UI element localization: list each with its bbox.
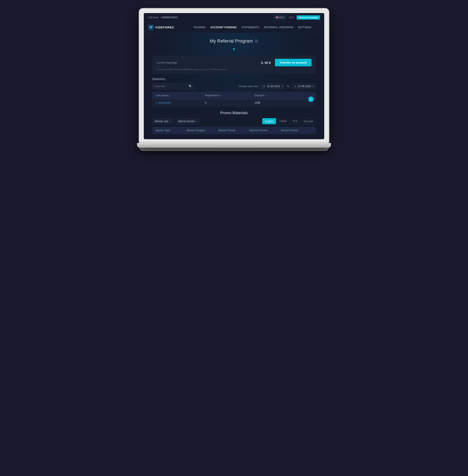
col-link-names-sort-icon: ▾ [169,94,170,97]
row-deposits: 100$ [254,101,304,104]
row-registrations: 0 [205,101,255,104]
date-to-arrow: ▾ [312,85,313,87]
date-from-value: 15-05-2019 [267,85,280,88]
info-icon[interactable]: i [254,39,258,43]
exit-button[interactable]: EXIT [289,16,294,19]
banner-format-dropdown[interactable]: Banner format ▾ [176,118,199,124]
col-deposits-sort-icon: ▾ [265,94,266,97]
col-deposits[interactable]: Deposits ▾ [254,94,304,97]
col-deposits-label: Deposits [254,94,264,97]
logo-text: VIDEFOREX [155,26,174,29]
stats-table: Link names ▾ Registrations ▾ Deposits ▾ [152,92,316,107]
lang-text: EN [279,16,282,19]
topbar-right: 🇬🇧 EN ▾ EXIT Account funding [274,15,320,20]
banner-col-type: Banner Type [156,129,187,132]
row-link-name[interactable]: wzq-qnlxfn [159,101,171,104]
earnings-card: Current Earnings 0, 00 $ Transfer to acc… [152,56,316,74]
table-header: Link names ▾ Registrations ▾ Deposits ▾ [152,92,316,99]
down-arrow-icon: ▼ [232,47,236,51]
laptop-stand [139,147,329,151]
lang-tab-english[interactable]: English [262,118,276,124]
earnings-value: 0, 00 $ [177,61,275,64]
calendar-from-icon: ⊞ [263,85,265,88]
laptop-frame: Call back +18499370843 🇬🇧 EN ▾ EXIT Acco… [139,8,329,151]
banner-col-preview: Banner Preview [249,129,281,132]
page-title-row: My Referral Program i [152,38,316,44]
language-selector[interactable]: 🇬🇧 EN ▾ [274,15,286,20]
navbar: VIDEFOREX TRADING ACCOUNT FUNDING STATEM… [144,22,324,33]
search-input[interactable] [155,85,187,88]
nav-statements[interactable]: STATEMENTS [241,26,259,29]
lang-tab-japanese[interactable]: 日本語 [276,118,290,124]
earnings-row: Current Earnings 0, 00 $ Transfer to acc… [156,59,312,66]
logo-icon [148,24,154,30]
app: Call back +18499370843 🇬🇧 EN ▾ EXIT Acco… [144,13,324,139]
col-link-names[interactable]: Link names ▾ [156,94,205,97]
banner-size-dropdown[interactable]: Banner size ▾ [152,118,173,124]
col-registrations-sort-icon: ▾ [221,94,222,97]
promo-title: Promo Materials [152,111,316,115]
banner-col-size: Banner Size(px) [187,129,219,132]
date-to-picker[interactable]: ⊞ 15-06-2019 ▾ [292,84,316,89]
date-from-label: Choose date from: [238,85,259,88]
search-box: 🔍 [152,83,194,89]
laptop-screen: Call back +18499370843 🇬🇧 EN ▾ EXIT Acco… [144,13,324,139]
lang-flag: 🇬🇧 [276,16,279,19]
earnings-label: Current Earnings [156,61,177,64]
link-cell: ↗ wzq-qnlxfn [156,101,205,104]
date-from-picker[interactable]: ⊞ 15-05-2019 ▾ [261,84,285,89]
lang-tab-russian[interactable]: Русский [301,118,316,124]
banner-size-label: Banner size [155,120,168,123]
statistics-section-label: Statistics [152,77,316,81]
lang-tab-chinese[interactable]: 中文 [290,118,300,124]
banner-col-format2: Banner Format [281,129,312,132]
laptop-base [137,143,331,148]
topbar: Call back +18499370843 🇬🇧 EN ▾ EXIT Acco… [144,13,324,22]
laptop-screen-frame: Call back +18499370843 🇬🇧 EN ▾ EXIT Acco… [139,8,329,143]
lang-arrow: ▾ [283,16,284,19]
nav-account-funding[interactable]: ACCOUNT FUNDING [210,26,237,29]
phone-number: +18499370843 [161,16,177,19]
nav-links: TRADING ACCOUNT FUNDING STATEMENTS REFER… [185,26,320,29]
callback-label: Call back [148,16,158,19]
table-row: ↗ wzq-qnlxfn 0 100$ [152,99,316,107]
banner-format-arrow: ▾ [195,120,196,122]
nav-settings[interactable]: SETTINGS [298,26,311,29]
banner-table-header: Banner Type Banner Size(px) Banner Forma… [152,127,316,134]
down-arrow-row: ▼ [152,47,316,52]
date-filter: Choose date from: ⊞ 15-05-2019 ▾ To: ⊞ 1… [238,84,316,89]
stats-filters: 🔍 Choose date from: ⊞ 15-05-2019 ▾ To: [152,83,316,89]
promo-filters: Banner size ▾ Banner format ▾ English 日本… [152,118,316,124]
page-title: My Referral Program [210,38,253,44]
banner-col-format: Banner Format [219,129,250,132]
nav-referral-program[interactable]: REFERRAL PROGRAM [264,26,293,29]
date-to-label: To: [287,85,290,88]
search-icon: 🔍 [189,85,192,88]
earnings-hint: You can transfer funds available for pay… [156,68,312,70]
col-link-names-label: Link names [156,94,168,97]
main-content: My Referral Program i ▼ Current Earnings… [144,33,324,139]
date-from-arrow: ▾ [282,85,283,87]
link-arrow-icon: ↗ [156,101,158,104]
topbar-left: Call back +18499370843 [148,16,177,19]
col-registrations-label: Registrations [205,94,220,97]
banner-format-label: Banner format [178,120,194,123]
logo: VIDEFOREX [148,24,174,30]
lang-tabs: English 日本語 中文 Русский [262,118,316,124]
col-registrations[interactable]: Registrations ▾ [205,94,255,97]
transfer-to-account-button[interactable]: Transfer to account [275,59,312,66]
calendar-to-icon: ⊞ [294,85,296,88]
account-funding-button[interactable]: Account funding [297,15,320,20]
add-link-button[interactable]: + [308,97,314,102]
date-to-value: 15-06-2019 [298,85,311,88]
banner-size-arrow: ▾ [170,120,171,122]
nav-trading[interactable]: TRADING [193,26,205,29]
